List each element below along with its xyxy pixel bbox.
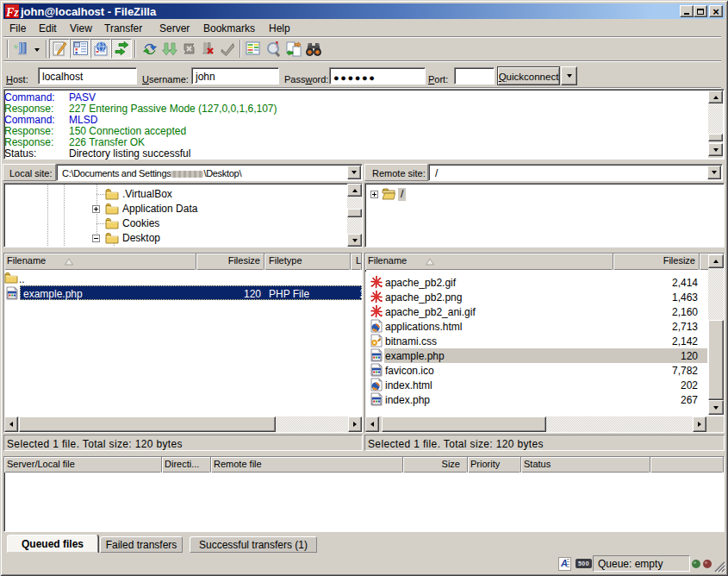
- svg-text:Fz: Fz: [5, 6, 19, 19]
